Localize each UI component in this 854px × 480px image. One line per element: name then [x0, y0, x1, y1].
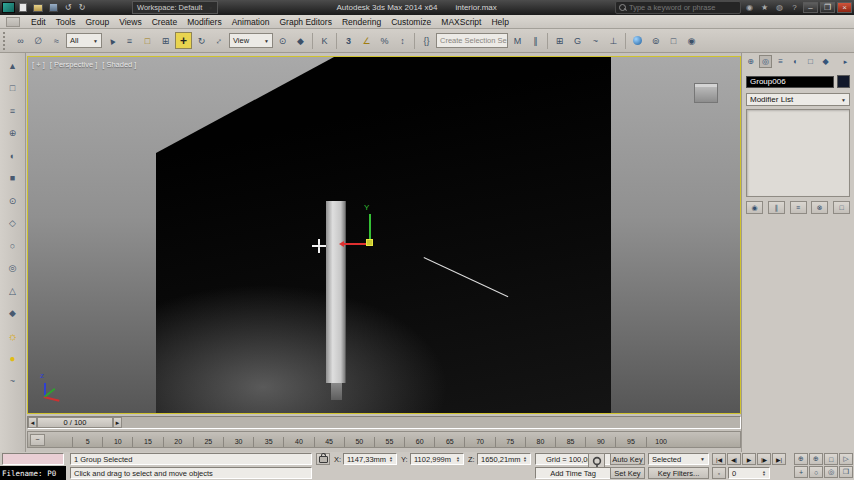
save-file-icon[interactable]: [49, 3, 58, 12]
spinner-icon[interactable]: ▲▼: [389, 456, 393, 463]
maxscript-mini-listener[interactable]: [2, 453, 64, 465]
spinner-icon[interactable]: ▲▼: [456, 456, 460, 463]
scene-panel-object[interactable]: [326, 201, 346, 383]
add-time-tag-field[interactable]: Add Time Tag: [535, 467, 611, 479]
keyboard-override-icon[interactable]: K: [316, 32, 333, 49]
menu-rendering[interactable]: Rendering: [337, 17, 386, 27]
key-mode-toggle[interactable]: [712, 467, 726, 479]
remove-modifier-icon[interactable]: [811, 201, 828, 214]
curve-editor-icon[interactable]: ~: [587, 32, 604, 49]
application-menu-icon[interactable]: [2, 2, 15, 13]
orbit-subobject-icon[interactable]: [824, 466, 838, 478]
new-file-icon[interactable]: [19, 3, 27, 12]
tab-utilities[interactable]: [819, 55, 832, 68]
select-and-link-icon[interactable]: [12, 32, 29, 49]
track-bar[interactable]: ~ 5 10 15 20 25 30 35 40 45 50 55 60 65 …: [27, 431, 741, 448]
coord-y-field[interactable]: 1102,999m ▲▼: [410, 453, 464, 465]
render-setup-icon[interactable]: [647, 32, 664, 49]
close-button[interactable]: ×: [837, 2, 852, 13]
left-toolbar-icon[interactable]: [4, 283, 21, 298]
coord-z-field[interactable]: 1650,21mm ▲▼: [477, 453, 531, 465]
left-toolbar-icon[interactable]: [4, 238, 21, 253]
key-filters-button[interactable]: Key Filters...: [648, 467, 709, 479]
set-key-button[interactable]: Set Key: [610, 467, 645, 479]
communication-center-icon[interactable]: ◍: [773, 3, 786, 12]
select-by-name-icon[interactable]: [121, 32, 138, 49]
menu-maxscript[interactable]: MAXScript: [436, 17, 486, 27]
favorites-icon[interactable]: ★: [758, 3, 771, 12]
viewport-menu-button[interactable]: [ + ]: [32, 60, 45, 69]
align-icon[interactable]: [527, 32, 544, 49]
go-to-start-button[interactable]: |◀: [712, 453, 726, 465]
tab-create[interactable]: [744, 55, 757, 68]
coord-x-field[interactable]: 1147,33mm ▲▼: [343, 453, 397, 465]
time-slider-right-arrow-icon[interactable]: ►: [113, 417, 122, 428]
menu-customize[interactable]: Customize: [386, 17, 436, 27]
pin-stack-icon[interactable]: [746, 201, 763, 214]
viewport-pov-label[interactable]: [ Perspective ]: [50, 60, 98, 69]
workspace-dropdown[interactable]: Workspace: Default ▼: [132, 1, 218, 14]
left-toolbar-icon[interactable]: [4, 103, 21, 118]
bind-to-space-warp-icon[interactable]: [48, 32, 65, 49]
coordinate-system-dropdown[interactable]: View ▼: [229, 33, 273, 48]
search-input[interactable]: [629, 3, 737, 12]
object-color-swatch[interactable]: [837, 75, 850, 88]
open-file-icon[interactable]: [33, 4, 43, 12]
previous-frame-button[interactable]: ◀|: [727, 453, 741, 465]
graphite-ribbon-icon[interactable]: G: [569, 32, 586, 49]
move-gizmo-center[interactable]: [366, 239, 373, 246]
mini-curve-editor-button[interactable]: ~: [30, 434, 45, 446]
current-frame-field[interactable]: 0 ▲▼: [728, 467, 770, 479]
help-icon[interactable]: ?: [788, 3, 801, 12]
auto-key-button[interactable]: Auto Key: [610, 453, 645, 465]
maximize-viewport-icon[interactable]: [839, 466, 853, 478]
next-frame-button[interactable]: |▶: [757, 453, 771, 465]
show-end-result-icon[interactable]: [768, 201, 785, 214]
menu-create[interactable]: Create: [147, 17, 183, 27]
make-unique-icon[interactable]: [790, 201, 807, 214]
menu-tools[interactable]: Tools: [51, 17, 81, 27]
omni-light-tool-icon[interactable]: [4, 351, 21, 366]
go-to-end-button[interactable]: ▶|: [772, 453, 786, 465]
pan-icon[interactable]: [794, 466, 808, 478]
redo-icon[interactable]: ↻: [76, 2, 88, 13]
left-toolbar-icon[interactable]: [4, 193, 21, 208]
tab-display[interactable]: [804, 55, 817, 68]
panel-overflow-icon[interactable]: [839, 55, 852, 68]
minimize-button[interactable]: –: [803, 2, 818, 13]
zoom-all-icon[interactable]: [809, 453, 823, 465]
select-and-move-icon[interactable]: [175, 32, 192, 49]
select-and-scale-icon[interactable]: [207, 28, 231, 52]
snaps-toggle-icon[interactable]: 3: [340, 32, 357, 49]
schematic-view-icon[interactable]: [605, 32, 622, 49]
selection-filter-dropdown[interactable]: All ▼: [66, 33, 102, 48]
menu-help[interactable]: Help: [486, 17, 513, 27]
selection-lock-toggle[interactable]: [316, 453, 330, 465]
time-slider-handle[interactable]: 0 / 100: [37, 417, 113, 428]
left-toolbar-icon[interactable]: [4, 216, 21, 231]
sign-in-icon[interactable]: ◉: [743, 3, 756, 12]
spinner-icon[interactable]: ▲▼: [762, 470, 766, 477]
left-toolbar-icon[interactable]: [4, 81, 21, 96]
mirror-icon[interactable]: M: [509, 32, 526, 49]
orbit-icon[interactable]: [809, 466, 823, 478]
object-name-field[interactable]: Group006: [746, 76, 834, 88]
menu-edit[interactable]: Edit: [26, 17, 51, 27]
undo-icon[interactable]: ↺: [62, 2, 74, 13]
layer-manager-icon[interactable]: [551, 32, 568, 49]
menu-group[interactable]: Group: [81, 17, 115, 27]
percent-snap-icon[interactable]: [376, 32, 393, 49]
perspective-viewport[interactable]: Y z [ + ] [ Perspective ] [ Shaded ]: [27, 56, 741, 414]
viewport-shading-label[interactable]: [ Shaded ]: [102, 60, 136, 69]
key-filter-dropdown[interactable]: Selected ▼: [648, 453, 709, 465]
search-box[interactable]: [615, 1, 741, 14]
left-toolbar-icon[interactable]: [4, 261, 21, 276]
rendered-frame-icon[interactable]: [665, 32, 682, 49]
field-of-view-icon[interactable]: [839, 453, 853, 465]
material-editor-icon[interactable]: [629, 32, 646, 49]
time-slider-track[interactable]: ◄ 0 / 100 ►: [27, 416, 741, 429]
tab-motion[interactable]: [789, 55, 802, 68]
use-pivot-center-icon[interactable]: [274, 32, 291, 49]
select-and-manipulate-icon[interactable]: [292, 32, 309, 49]
left-toolbar-icon[interactable]: [4, 148, 21, 163]
